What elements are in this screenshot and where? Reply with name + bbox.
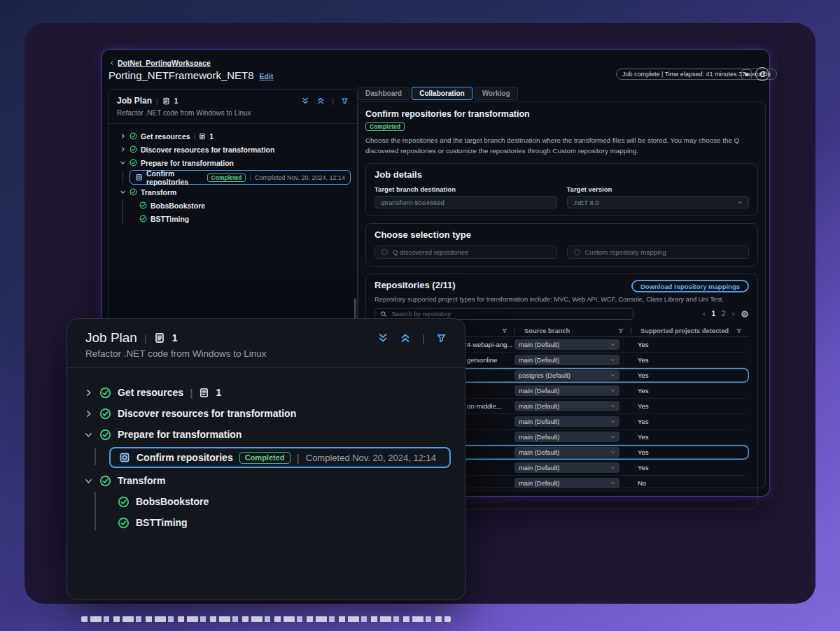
branch-select[interactable]: postgres (Default): [514, 370, 620, 381]
tree-item-confirm-repositories[interactable]: Confirm repositories Completed | Complet…: [130, 170, 351, 185]
option-q-discovered[interactable]: Q discovered repositories: [374, 246, 557, 259]
tree-item-label: Get resources: [118, 387, 183, 398]
success-check-icon: [139, 201, 147, 209]
tree-item-bobsbookstore[interactable]: BobsBookstore: [113, 199, 353, 212]
job-details-card: Job details Target branch destination qt…: [365, 163, 758, 216]
chevron-right-icon: [120, 133, 126, 139]
tree-item-label: BSTTiming: [136, 517, 188, 528]
collapse-all-icon[interactable]: [400, 332, 411, 343]
tree-item-label: Confirm repositories: [146, 169, 204, 186]
column-header-source-branch[interactable]: Source branch: [514, 325, 631, 336]
job-plan-tools: |: [377, 332, 447, 344]
expand-all-icon[interactable]: [301, 97, 309, 105]
tab-worklog[interactable]: Worklog: [475, 87, 518, 100]
tree-item-discover[interactable]: Discover resources for transformation: [77, 403, 455, 424]
branch-select[interactable]: main (Default): [514, 401, 620, 411]
tree-item-get-resources[interactable]: Get resources | 1: [77, 382, 455, 403]
branch-value: postgres (Default): [519, 372, 570, 379]
branch-select[interactable]: main (Default): [514, 385, 620, 396]
scan-icon: [135, 173, 143, 181]
option-custom-mapping[interactable]: Custom repository mapping: [567, 246, 750, 259]
tree-item-get-resources[interactable]: Get resources | 1: [113, 129, 353, 143]
chevron-down-icon: [84, 430, 93, 439]
scrollbar-thumb[interactable]: [354, 298, 356, 320]
tree-children: Confirm repositories Completed | Complet…: [77, 447, 455, 468]
collapse-all-icon[interactable]: [316, 97, 325, 105]
column-header-supported[interactable]: Supported projects detected: [631, 325, 749, 336]
edit-link[interactable]: Edit: [260, 72, 274, 80]
chevron-down-icon: [610, 481, 615, 485]
job-plan-tree: Get resources | 1 Discover resources for…: [108, 124, 357, 231]
branch-select[interactable]: main (Default): [514, 462, 620, 473]
job-plan-zoom-panel: Job Plan | 1 | Refactor .NET code from W…: [66, 318, 465, 600]
tree-item-count: 1: [209, 132, 214, 141]
breadcrumb[interactable]: DotNet_PortingWorkspace: [109, 59, 211, 67]
success-check-icon: [118, 517, 130, 529]
page-1-button[interactable]: 1: [712, 310, 716, 318]
option-label: Q discovered repositories: [393, 248, 468, 256]
chevron-down-icon: [610, 342, 615, 347]
branch-value: main (Default): [519, 403, 559, 410]
success-check-icon: [118, 496, 130, 508]
tree-item-bobsbookstore[interactable]: BobsBookstore: [77, 491, 455, 512]
branch-select[interactable]: main (Default): [514, 432, 620, 442]
desktop-background: DotNet_PortingWorkspace Porting_NETFrame…: [0, 0, 840, 631]
next-page-button[interactable]: ›: [732, 310, 734, 318]
tree-item-label: Prepare for transformation: [118, 429, 241, 440]
stop-button[interactable]: [741, 69, 752, 80]
success-check-icon: [99, 475, 111, 487]
success-check-icon: [130, 159, 137, 166]
tab-collaboration[interactable]: Collaboration: [412, 87, 472, 100]
expand-all-icon[interactable]: [377, 332, 388, 343]
branch-select[interactable]: main (Default): [514, 416, 620, 427]
branch-select[interactable]: main (Default): [514, 339, 620, 350]
branch-select[interactable]: main (Default): [514, 478, 620, 488]
chevron-down-icon: [610, 404, 615, 409]
target-version-value: .NET 8.0: [573, 199, 599, 206]
tree-item-prepare[interactable]: Prepare for transformation: [77, 424, 455, 445]
prev-page-button[interactable]: ‹: [703, 310, 705, 318]
footer-caption: [81, 616, 451, 622]
chevron-right-icon: [84, 409, 93, 418]
tree-item-confirm-repositories[interactable]: Confirm repositories Completed | Complet…: [109, 447, 451, 468]
page-title: Porting_NETFramework_NET8: [108, 69, 254, 81]
scan-icon: [119, 452, 130, 463]
success-check-icon: [130, 188, 137, 196]
filter-icon[interactable]: [436, 333, 447, 343]
divider: |: [190, 387, 192, 399]
divider: [514, 327, 515, 334]
tree-item-bsttiming[interactable]: BSTTiming: [77, 512, 455, 533]
filter-icon[interactable]: [341, 97, 349, 105]
job-details-title: Job details: [374, 169, 749, 180]
supported-value: Yes: [631, 418, 749, 425]
target-version-select[interactable]: .NET 8.0: [567, 196, 750, 208]
tree-item-label: BobsBookstore: [150, 201, 205, 210]
chevron-down-icon: [610, 434, 615, 439]
tree-item-label: BobsBookstore: [136, 496, 209, 507]
tree-item-transform[interactable]: Transform: [113, 185, 353, 199]
tree-item-bsttiming[interactable]: BSTTiming: [113, 212, 353, 225]
chevron-down-icon: [120, 159, 126, 166]
supported-value: Yes: [631, 387, 749, 395]
supported-value: Yes: [631, 448, 749, 456]
tree-item-transform[interactable]: Transform: [77, 470, 455, 491]
refresh-button[interactable]: [755, 67, 769, 81]
chevron-down-icon: [610, 450, 615, 455]
supported-value: Yes: [631, 402, 749, 410]
tree-item-label: Confirm repositories: [136, 452, 233, 463]
target-branch-input[interactable]: qtransform-50e4669d: [374, 196, 557, 208]
job-plan-count: 1: [174, 97, 178, 105]
page-2-button[interactable]: 2: [722, 310, 726, 318]
download-mappings-button[interactable]: Download repository mappings: [631, 280, 749, 292]
tree-item-discover[interactable]: Discover resources for transformation: [113, 143, 353, 156]
search-input[interactable]: [391, 311, 628, 318]
job-plan-subtitle: Refactor .NET code from Windows to Linux: [67, 346, 465, 359]
tree-item-label: Get resources: [141, 132, 190, 141]
settings-gear-icon[interactable]: [741, 310, 749, 318]
tab-dashboard[interactable]: Dashboard: [358, 87, 410, 100]
tree-children: Confirm repositories Completed | Complet…: [113, 170, 353, 185]
supported-value: Yes: [631, 464, 749, 472]
branch-select[interactable]: main (Default): [514, 355, 620, 365]
branch-select[interactable]: main (Default): [514, 447, 620, 458]
tree-item-prepare[interactable]: Prepare for transformation: [113, 156, 353, 169]
